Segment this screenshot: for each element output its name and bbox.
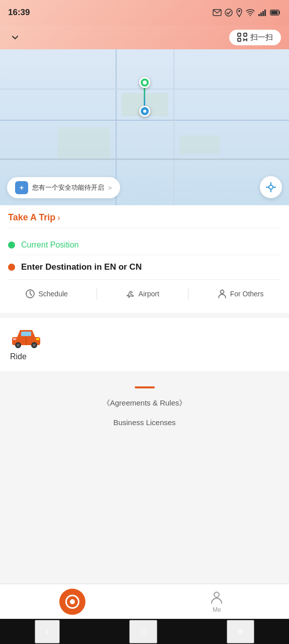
safety-banner[interactable]: + 您有一个安全功能待开启 > [7, 177, 120, 198]
location-button[interactable] [260, 176, 282, 198]
svg-rect-10 [238, 33, 241, 36]
svg-rect-31 [13, 338, 16, 340]
airport-icon [126, 289, 136, 299]
ride-section: Ride [0, 318, 289, 371]
person-nav-icon [210, 590, 224, 604]
agreements-link[interactable]: 《Agreements & Rules》 [103, 398, 187, 408]
destination-marker [139, 106, 150, 117]
svg-rect-24 [21, 332, 31, 336]
svg-point-16 [269, 185, 273, 189]
city-dropdown[interactable] [8, 30, 22, 44]
airport-button[interactable]: Airport [120, 285, 165, 303]
home-icon-inner [65, 595, 79, 609]
me-nav-label: Me [213, 606, 221, 613]
top-bar: 扫一扫 [0, 25, 289, 49]
safety-shield-icon: + [15, 181, 28, 194]
mail-icon [213, 9, 222, 16]
back-button[interactable]: ‹ [35, 620, 60, 643]
schedule-button[interactable]: Schedule [19, 285, 73, 303]
map-block-3 [179, 135, 220, 154]
ride-label: Ride [10, 352, 42, 361]
scan-label: 扫一扫 [250, 33, 273, 42]
divider-1 [97, 288, 97, 300]
scan-button[interactable]: 扫一扫 [229, 30, 281, 45]
clock-icon [25, 289, 35, 299]
car-icon [10, 326, 42, 348]
crosshair-icon [265, 181, 277, 193]
bottom-links: 《Agreements & Rules》 Business Licenses [0, 371, 289, 437]
divider-2 [188, 288, 188, 300]
svg-rect-11 [244, 33, 247, 36]
scan-icon [237, 33, 247, 42]
svg-rect-9 [271, 11, 278, 15]
svg-rect-30 [36, 338, 39, 340]
for-others-button[interactable]: For Others [211, 285, 270, 303]
nav-tab-home[interactable] [0, 585, 145, 619]
airport-label: Airport [139, 290, 159, 298]
svg-rect-12 [238, 38, 241, 41]
svg-point-22 [220, 290, 224, 294]
road-h3 [0, 158, 289, 160]
origin-marker [139, 77, 150, 88]
check-icon [225, 9, 233, 17]
svg-rect-6 [262, 11, 264, 16]
location-status-icon [236, 8, 243, 17]
route-line [144, 88, 145, 106]
svg-point-3 [250, 15, 251, 16]
wifi-icon [246, 9, 255, 16]
person-icon [217, 289, 227, 299]
current-position-row[interactable]: Current Position [8, 235, 281, 255]
map-area: + 您有一个安全功能待开启 > [0, 49, 289, 205]
svg-point-2 [238, 10, 240, 12]
status-bar: 16:39 [0, 0, 289, 25]
status-time: 16:39 [8, 8, 30, 18]
system-nav-bar: ‹ ○ ≡ [0, 619, 289, 644]
svg-point-26 [17, 344, 20, 347]
svg-rect-7 [264, 10, 266, 16]
nav-tab-me[interactable]: Me [145, 586, 290, 617]
destination-input-row[interactable]: Enter Destination in EN or CN [8, 255, 281, 279]
svg-rect-5 [260, 13, 262, 16]
trip-panel: Take A Trip › Current Position Enter Des… [0, 205, 289, 313]
trip-header: Take A Trip › [8, 205, 281, 228]
action-row: Schedule Airport For Others [8, 279, 281, 305]
map-block-2 [58, 127, 110, 158]
trip-title-arrow: › [57, 213, 60, 222]
home-tab-icon [59, 589, 85, 615]
destination-placeholder: Enter Destination in EN or CN [21, 262, 142, 272]
svg-point-32 [214, 592, 219, 597]
licenses-link[interactable]: Business Licenses [113, 418, 175, 427]
signal-icon [258, 9, 267, 16]
svg-rect-4 [258, 14, 260, 16]
menu-button[interactable]: ≡ [227, 620, 255, 643]
position-dot [8, 242, 15, 249]
route-markers [139, 77, 150, 117]
road-v2 [173, 49, 174, 205]
orange-divider [135, 386, 155, 388]
bottom-nav: Me [0, 584, 289, 619]
home-button[interactable]: ○ [129, 620, 157, 643]
battery-icon [270, 10, 281, 16]
destination-dot [8, 264, 15, 271]
trip-title: Take A Trip [8, 212, 55, 223]
svg-point-1 [225, 9, 232, 16]
current-position-label: Current Position [21, 240, 79, 250]
road-h1 [0, 120, 289, 121]
schedule-label: Schedule [38, 290, 67, 298]
safety-text: 您有一个安全功能待开启 [32, 183, 104, 192]
for-others-label: For Others [230, 290, 264, 298]
svg-point-28 [33, 344, 36, 347]
safety-arrow-icon: > [108, 184, 112, 192]
ride-car-container[interactable]: Ride [10, 326, 42, 361]
status-icons [213, 8, 281, 17]
